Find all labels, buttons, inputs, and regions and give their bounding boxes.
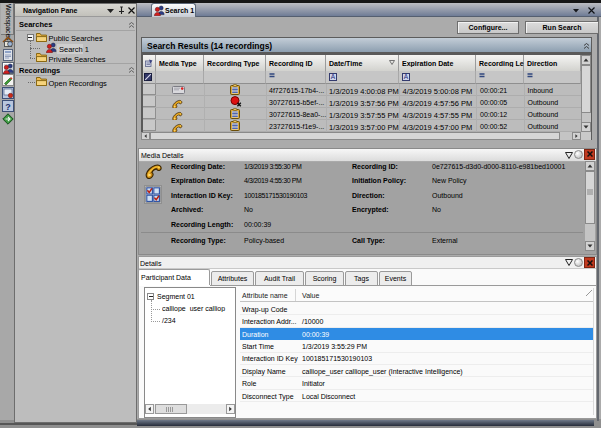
svg-text:A: A — [331, 73, 336, 80]
svg-text:?: ? — [5, 102, 11, 112]
svg-text:A: A — [404, 73, 409, 80]
